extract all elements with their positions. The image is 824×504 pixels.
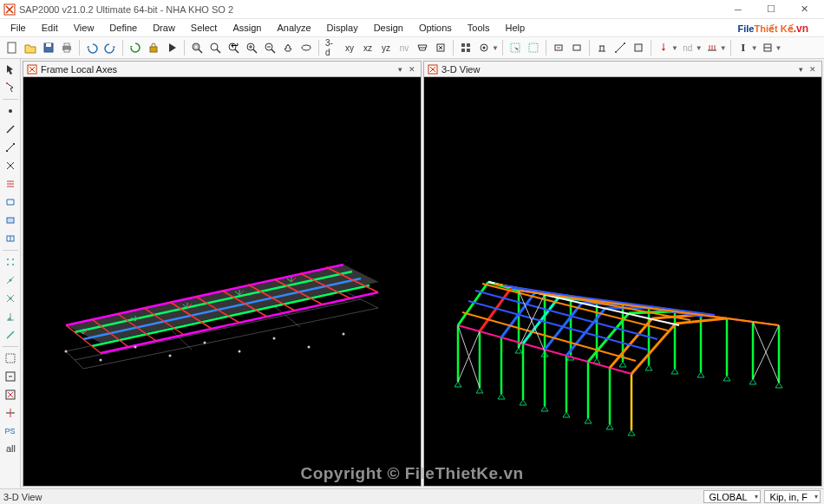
view-canvas-right[interactable] [424, 77, 821, 486]
redo-button[interactable] [101, 39, 119, 56]
undo-button[interactable] [83, 39, 101, 56]
zoom-out-button[interactable] [261, 39, 278, 56]
view-dropdown-icon[interactable]: ▾ [795, 65, 806, 74]
snap-points-tool[interactable] [2, 253, 19, 271]
design-button[interactable] [759, 39, 776, 56]
nd-button[interactable]: nd [679, 39, 696, 56]
snap-perpendicular-tool[interactable] [2, 308, 19, 325]
open-button[interactable] [22, 39, 39, 56]
separator [651, 40, 651, 56]
rotate-button[interactable] [298, 39, 315, 56]
draw-frame-tool[interactable] [2, 121, 19, 138]
menu-draw[interactable]: Draw [146, 21, 182, 35]
maximize-button[interactable]: ☐ [760, 3, 782, 15]
clear-select-tool[interactable] [2, 386, 19, 403]
shrink-button[interactable] [432, 39, 449, 56]
svg-line-168 [631, 324, 676, 374]
view-close-icon[interactable]: ✕ [407, 65, 417, 74]
new-button[interactable] [3, 39, 21, 56]
separator [730, 40, 731, 56]
menu-options[interactable]: Options [412, 21, 459, 35]
menu-display[interactable]: Display [320, 21, 365, 35]
quick-draw-secondary-tool[interactable] [2, 175, 19, 193]
zoom-in-button[interactable] [243, 39, 260, 56]
pan-button[interactable] [279, 39, 297, 56]
snap-midpoints-tool[interactable] [2, 272, 19, 289]
pointer-tool[interactable] [2, 61, 19, 78]
svg-line-184 [753, 325, 779, 379]
svg-line-21 [271, 49, 275, 53]
perspective-button[interactable] [414, 39, 431, 56]
frame-load-button[interactable] [703, 39, 721, 56]
svg-rect-3 [46, 43, 51, 47]
deselect-button[interactable] [525, 39, 542, 56]
quick-draw-brace-tool[interactable] [2, 157, 19, 174]
intersecting-line-tool[interactable] [2, 404, 19, 422]
view-canvas-left[interactable] [23, 77, 421, 486]
dropdown-icon[interactable]: ▼ [775, 44, 782, 52]
print-button[interactable] [58, 39, 75, 56]
zoom-window-button[interactable] [188, 39, 206, 56]
lock-button[interactable] [145, 39, 162, 56]
snap-intersections-tool[interactable] [2, 290, 19, 307]
ibeam-button[interactable]: I [735, 39, 752, 56]
menu-define[interactable]: Define [102, 21, 144, 35]
draw-rect-area-tool[interactable] [2, 212, 19, 229]
dropdown-icon[interactable]: ▼ [720, 44, 727, 52]
dropdown-icon[interactable]: ▼ [751, 44, 758, 52]
options-button[interactable] [475, 39, 493, 56]
close-button[interactable]: ✕ [793, 3, 815, 15]
titlebar: SAP2000 v21.0.2 Ultimate 64-bit - NHA KH… [0, 0, 824, 19]
prev-selection-button[interactable] [550, 39, 567, 56]
units-combo[interactable]: Kip, in, F [764, 490, 821, 503]
view-xy-button[interactable]: xy [341, 39, 358, 56]
view-yz-button[interactable]: yz [377, 39, 395, 56]
menu-assign[interactable]: Assign [226, 21, 268, 35]
view-xz-button[interactable]: xz [359, 39, 376, 56]
view-header-left[interactable]: Frame Local Axes ▾ ✕ [23, 62, 421, 77]
prev-select-tool[interactable] [2, 368, 19, 385]
area-section-button[interactable] [630, 39, 647, 56]
view-nv-button[interactable]: nv [396, 39, 413, 56]
menu-select[interactable]: Select [184, 21, 225, 35]
menu-file[interactable]: File [3, 21, 33, 35]
view-header-right[interactable]: 3-D View ▾ ✕ [424, 62, 821, 77]
joint-load-button[interactable] [655, 39, 672, 56]
menu-analyze[interactable]: Analyze [270, 21, 317, 35]
snap-lines-tool[interactable] [2, 326, 19, 344]
dropdown-icon[interactable]: ▼ [671, 44, 678, 52]
zoom-previous-button[interactable]: ↩ [225, 39, 242, 56]
ps-tool[interactable]: PS [2, 422, 19, 440]
quick-draw-area-tool[interactable] [2, 230, 19, 247]
zoom-extents-button[interactable] [206, 39, 224, 56]
coord-system-combo[interactable]: GLOBAL [703, 490, 761, 503]
dropdown-icon[interactable]: ▼ [696, 44, 703, 52]
dropdown-icon[interactable]: ▼ [492, 44, 499, 52]
svg-point-11 [211, 43, 218, 50]
draw-special-joint-tool[interactable] [2, 102, 19, 120]
save-button[interactable] [40, 39, 57, 56]
joint-restraint-button[interactable] [593, 39, 611, 56]
menu-edit[interactable]: Edit [35, 21, 65, 35]
workspace: PS all Frame Local Axes ▾ ✕ [0, 59, 824, 488]
draw-poly-area-tool[interactable] [2, 193, 19, 211]
menu-view[interactable]: View [67, 21, 101, 35]
view-close-icon[interactable]: ✕ [808, 65, 818, 74]
clear-selection-button[interactable] [568, 39, 585, 56]
menu-tools[interactable]: Tools [461, 21, 497, 35]
svg-point-125 [239, 350, 241, 352]
view-3d-button[interactable]: 3-d [323, 39, 340, 56]
all-select-tool[interactable] [2, 350, 19, 367]
menu-help[interactable]: Help [499, 21, 533, 35]
reshape-tool[interactable] [2, 79, 19, 96]
minimize-button[interactable]: ─ [727, 4, 749, 15]
select-all-tool[interactable]: all [2, 441, 19, 458]
set-elements-button[interactable] [457, 39, 474, 56]
refresh-button[interactable] [127, 39, 144, 56]
quick-draw-frame-tool[interactable] [2, 139, 19, 156]
menu-design[interactable]: Design [367, 21, 410, 35]
run-button[interactable] [163, 39, 180, 56]
view-dropdown-icon[interactable]: ▾ [395, 65, 405, 74]
select-button[interactable] [507, 39, 524, 56]
frame-section-button[interactable] [611, 39, 629, 56]
